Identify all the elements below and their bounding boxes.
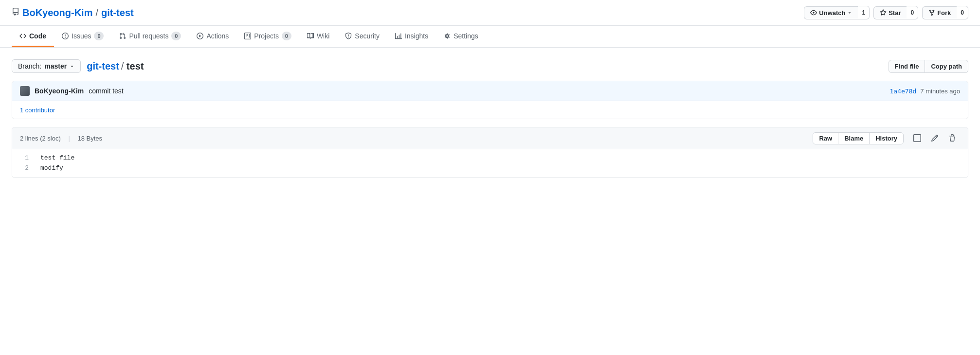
repo-separator: /: [95, 7, 98, 18]
commit-info: BoKyeong-Kim commit test: [20, 86, 124, 96]
commit-message: commit test: [89, 87, 124, 95]
history-button[interactable]: History: [870, 133, 903, 144]
tab-pr-label: Pull requests: [129, 32, 168, 40]
repo-title: BoKyeong-Kim / git-test: [12, 7, 134, 18]
tab-security[interactable]: Security: [337, 26, 387, 47]
tab-actions[interactable]: Actions: [189, 26, 236, 47]
header-actions: Unwatch 1 Star 0 Fork 0: [804, 6, 968, 19]
file-content: 1 test file 2 modify: [12, 149, 968, 178]
tab-settings-label: Settings: [454, 32, 478, 40]
breadcrumb-repo-link[interactable]: git-test: [87, 61, 119, 71]
tab-insights[interactable]: Insights: [387, 26, 436, 47]
branch-name: master: [44, 62, 67, 70]
tab-security-label: Security: [355, 32, 380, 40]
tab-projects[interactable]: Projects 0: [236, 26, 299, 47]
file-actions: Raw Blame History: [813, 131, 960, 145]
projects-badge: 0: [282, 32, 291, 40]
breadcrumb-current: test: [127, 61, 144, 71]
contributor-link[interactable]: 1 contributor: [20, 106, 55, 114]
code-line-2: 2 modify: [12, 163, 968, 174]
branch-label: Branch:: [18, 62, 41, 70]
copy-path-button[interactable]: Copy path: [925, 60, 968, 73]
find-file-button[interactable]: Find file: [889, 60, 926, 73]
watch-button[interactable]: Unwatch: [804, 6, 858, 19]
raw-button[interactable]: Raw: [813, 133, 838, 144]
file-meta: 2 lines (2 sloc) | 18 Bytes: [20, 135, 102, 142]
file-size: 18 Bytes: [77, 135, 102, 142]
watch-count: 1: [858, 6, 870, 19]
file-lines-info: 2 lines (2 sloc): [20, 135, 61, 142]
fork-label: Fork: [937, 9, 951, 17]
file-meta-divider: |: [68, 135, 70, 142]
tab-insights-label: Insights: [405, 32, 428, 40]
branch-select[interactable]: Branch: master: [12, 59, 81, 73]
tab-settings[interactable]: Settings: [436, 26, 486, 47]
tab-pull-requests[interactable]: Pull requests 0: [111, 26, 189, 47]
repo-icon: [12, 8, 19, 18]
tab-issues[interactable]: Issues 0: [54, 26, 111, 47]
fork-group: Fork 0: [922, 6, 968, 19]
repo-name[interactable]: git-test: [101, 7, 134, 18]
line-code-1: test file: [36, 153, 74, 163]
file-header: 2 lines (2 sloc) | 18 Bytes Raw Blame Hi…: [12, 127, 968, 149]
line-number-2: 2: [12, 163, 36, 174]
delete-button[interactable]: [944, 131, 960, 145]
blame-button[interactable]: Blame: [838, 133, 870, 144]
commit-meta: 1a4e78d 7 minutes ago: [890, 88, 960, 95]
repo-owner[interactable]: BoKyeong-Kim: [22, 7, 92, 18]
watch-label: Unwatch: [819, 9, 845, 17]
star-label: Star: [889, 9, 901, 17]
tab-wiki-label: Wiki: [317, 32, 329, 40]
breadcrumb-path: git-test / test: [87, 61, 144, 72]
commit-box: BoKyeong-Kim commit test 1a4e78d 7 minut…: [12, 81, 968, 119]
star-group: Star 0: [873, 6, 918, 19]
commit-sha[interactable]: 1a4e78d: [890, 88, 917, 95]
nav-tabs: Code Issues 0 Pull requests 0 Actions Pr…: [0, 26, 980, 48]
fork-button[interactable]: Fork: [922, 6, 957, 19]
watch-group: Unwatch 1: [804, 6, 870, 19]
page-header: BoKyeong-Kim / git-test Unwatch 1 Star 0: [0, 0, 980, 26]
issues-badge: 0: [94, 32, 104, 40]
file-box: 2 lines (2 sloc) | 18 Bytes Raw Blame Hi…: [12, 127, 968, 178]
tab-code-label: Code: [29, 32, 46, 40]
line-number-1: 1: [12, 153, 36, 163]
breadcrumb-actions: Find file Copy path: [889, 60, 968, 73]
file-view-btn-group: Raw Blame History: [813, 132, 904, 144]
commit-author[interactable]: BoKyeong-Kim: [35, 87, 84, 95]
code-line-1: 1 test file: [12, 153, 968, 163]
tab-issues-label: Issues: [72, 32, 91, 40]
tab-wiki[interactable]: Wiki: [299, 26, 337, 47]
breadcrumb-row: Branch: master git-test / test Find file…: [12, 59, 968, 73]
main-content: Branch: master git-test / test Find file…: [0, 48, 980, 190]
edit-button[interactable]: [927, 131, 943, 145]
star-button[interactable]: Star: [873, 6, 907, 19]
avatar: [20, 86, 30, 96]
fork-count: 0: [957, 6, 968, 19]
pr-badge: 0: [171, 32, 181, 40]
tab-code[interactable]: Code: [12, 26, 54, 47]
display-mode-button[interactable]: [909, 131, 925, 145]
tab-projects-label: Projects: [254, 32, 279, 40]
commit-footer: 1 contributor: [12, 101, 968, 119]
star-count: 0: [907, 6, 918, 19]
commit-header: BoKyeong-Kim commit test 1a4e78d 7 minut…: [12, 81, 968, 101]
line-code-2: modify: [36, 163, 63, 174]
tab-actions-label: Actions: [206, 32, 229, 40]
commit-time: 7 minutes ago: [920, 88, 960, 95]
breadcrumb-slash: /: [121, 61, 127, 71]
